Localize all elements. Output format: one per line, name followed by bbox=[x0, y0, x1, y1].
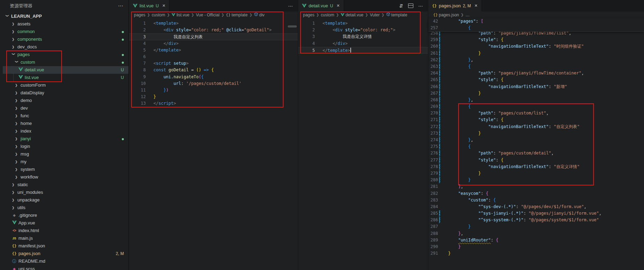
line-number[interactable]: 286 bbox=[428, 217, 438, 223]
open-changes-icon[interactable]: ⇵ bbox=[399, 3, 403, 8]
line-number[interactable]: 277 bbox=[428, 157, 438, 164]
tree-item-unpackage[interactable]: ❯unpackage bbox=[3, 196, 128, 204]
line-number[interactable]: 2 bbox=[129, 27, 146, 33]
tree-item-demo[interactable]: ❯demo bbox=[3, 97, 128, 104]
code-line-279[interactable]: 279} bbox=[428, 170, 644, 177]
tree-item-readme-md[interactable]: ⓘREADME.md bbox=[3, 257, 128, 265]
code-line-11[interactable]: 11}) bbox=[129, 87, 298, 94]
code-line-289[interactable]: 289"uniIdRouter": { bbox=[428, 237, 644, 244]
code-line-277[interactable]: 277"style": { bbox=[428, 157, 644, 164]
line-number[interactable]: 279 bbox=[428, 170, 438, 177]
code-line-266[interactable]: 266"navigationBarTitleText": "新增" bbox=[428, 84, 644, 90]
code-line-284[interactable]: 284"^sys-dev-(.*)": "@/pages/dev/$1/form… bbox=[428, 204, 644, 210]
code-line-268[interactable]: 268}, bbox=[428, 97, 644, 103]
breadcrumb-item[interactable]: pages bbox=[134, 13, 145, 17]
line-number[interactable]: 270 bbox=[428, 110, 438, 117]
code-line-1[interactable]: 1<template> bbox=[129, 20, 298, 27]
line-number[interactable]: 1 bbox=[298, 20, 315, 27]
code-line-260[interactable]: 260"navigationBarTitleText": "时间组件验证" bbox=[428, 43, 644, 50]
close-icon[interactable]: ✕ bbox=[474, 3, 477, 8]
close-icon[interactable]: ✕ bbox=[162, 3, 165, 8]
tree-item--gitignore[interactable]: ◆.gitignore bbox=[3, 212, 128, 219]
breadcrumb-item[interactable]: Vuter bbox=[370, 13, 380, 17]
line-number[interactable]: 12 bbox=[129, 94, 146, 100]
code-line-282[interactable]: 282"easycom": { bbox=[428, 190, 644, 197]
tree-item-index-html[interactable]: <>index.html bbox=[3, 227, 128, 235]
line-number[interactable]: 1 bbox=[129, 20, 146, 27]
close-icon[interactable]: ✕ bbox=[336, 3, 340, 8]
line-number[interactable]: 9 bbox=[129, 74, 146, 80]
breadcrumb-item[interactable]: … bbox=[466, 13, 470, 17]
line-number[interactable]: 5 bbox=[298, 47, 315, 53]
line-number[interactable]: 7 bbox=[129, 60, 146, 67]
line-number[interactable]: 269 bbox=[428, 103, 438, 110]
code-line-280[interactable]: 280} bbox=[428, 177, 644, 183]
code-line-269[interactable]: 269{ bbox=[428, 103, 644, 110]
code-line-6[interactable]: 6 bbox=[129, 54, 298, 60]
tree-item-manifest-json[interactable]: {}manifest.json bbox=[3, 242, 128, 250]
tree-item-msg[interactable]: ❯msg bbox=[3, 150, 128, 158]
line-number[interactable]: 271 bbox=[428, 117, 438, 123]
code-line-9[interactable]: 9uni.navigateTo({ bbox=[129, 74, 298, 80]
line-number[interactable]: 259 bbox=[428, 37, 438, 43]
line-number[interactable]: 2 bbox=[298, 27, 315, 33]
line-number[interactable]: 288 bbox=[428, 230, 438, 237]
code-line-290[interactable]: 290} bbox=[428, 244, 644, 250]
code-line-286[interactable]: 286"^sys-system-(.*)": "@/pages/system/$… bbox=[428, 217, 644, 223]
line-number[interactable]: 6 bbox=[129, 54, 146, 60]
tree-item-custom[interactable]: ❯custom bbox=[3, 58, 128, 66]
line-number[interactable]: 283 bbox=[428, 197, 438, 204]
tree-item-dev-docs[interactable]: ❯dev_docs bbox=[3, 43, 128, 51]
tree-item-datadisplay[interactable]: ❯dataDisplay bbox=[3, 89, 128, 97]
code-line-275[interactable]: 275{ bbox=[428, 143, 644, 150]
tree-item-main-js[interactable]: JSmain.js bbox=[3, 235, 128, 242]
tree-item-detail-vue[interactable]: detail.vueU bbox=[3, 66, 128, 74]
tree-item-customform[interactable]: ❯customForm bbox=[3, 81, 128, 89]
code-line-273[interactable]: 273} bbox=[428, 130, 644, 137]
tab-pages-json[interactable]: {} pages.json 2, M ✕ bbox=[428, 0, 482, 11]
line-number[interactable]: 275 bbox=[428, 143, 438, 150]
code-line-288[interactable]: 288}, bbox=[428, 230, 644, 237]
line-number[interactable]: 281 bbox=[428, 183, 438, 190]
code-line-265[interactable]: 265"style": { bbox=[428, 77, 644, 83]
code-line-271[interactable]: 271"style": { bbox=[428, 117, 644, 123]
line-number[interactable]: 268 bbox=[428, 97, 438, 103]
breadcrumb-item[interactable]: detail.vue bbox=[341, 13, 363, 17]
tree-item-uni-modules[interactable]: ❯uni_modules bbox=[3, 189, 128, 196]
tree-item-list-vue[interactable]: list.vueU bbox=[3, 74, 128, 81]
line-number[interactable]: 8 bbox=[129, 67, 146, 73]
line-number[interactable]: 260 bbox=[428, 43, 438, 50]
sticky-line-42[interactable]: 42"pages": [ bbox=[428, 18, 644, 25]
code-editor[interactable]: 258"path": "pages/jianyi/flowTime/list",… bbox=[428, 18, 644, 257]
line-number[interactable]: 278 bbox=[428, 164, 438, 170]
breadcrumb-item[interactable]: pages bbox=[303, 13, 315, 17]
more-actions-icon[interactable]: ⋯ bbox=[418, 3, 423, 8]
line-number[interactable]: 266 bbox=[428, 84, 438, 90]
code-line-5[interactable]: 5</template> bbox=[298, 47, 428, 54]
code-line-287[interactable]: 287} bbox=[428, 223, 644, 230]
tree-item-login[interactable]: ❯login bbox=[3, 143, 128, 150]
line-number[interactable]: 4 bbox=[129, 40, 146, 47]
line-number[interactable]: 10 bbox=[129, 80, 146, 87]
line-number[interactable]: 272 bbox=[428, 124, 438, 130]
line-number[interactable]: 287 bbox=[428, 223, 438, 230]
tree-item-my[interactable]: ❯my bbox=[3, 158, 128, 166]
line-number[interactable]: 3 bbox=[298, 33, 315, 40]
split-editor-icon[interactable] bbox=[408, 3, 413, 8]
line-number[interactable]: 11 bbox=[129, 87, 146, 94]
code-line-3[interactable]: 3我是自定义列表 bbox=[129, 33, 298, 40]
code-line-262[interactable]: 262}, bbox=[428, 57, 644, 63]
breadcrumb-item[interactable]: {}template bbox=[226, 13, 247, 17]
code-editor[interactable]: 1<template>2<div style="color: red;" @cl… bbox=[129, 18, 298, 107]
code-line-264[interactable]: 264"path": "pages/jianyi/flowTime/contai… bbox=[428, 70, 644, 77]
breadcrumb-item[interactable]: custom bbox=[321, 13, 334, 17]
tree-item-dev[interactable]: ❯dev bbox=[3, 104, 128, 112]
code-line-1[interactable]: 1<template> bbox=[298, 20, 428, 27]
tree-item-static[interactable]: ❯static bbox=[3, 181, 128, 189]
breadcrumb-item[interactable]: custom bbox=[152, 13, 165, 17]
line-number[interactable]: 4 bbox=[298, 40, 315, 47]
code-line-283[interactable]: 283"custom": { bbox=[428, 197, 644, 204]
code-line-259[interactable]: 259"style": { bbox=[428, 37, 644, 43]
tree-item-jianyi[interactable]: ❯jianyi bbox=[3, 135, 128, 143]
line-number[interactable]: 289 bbox=[428, 237, 438, 244]
